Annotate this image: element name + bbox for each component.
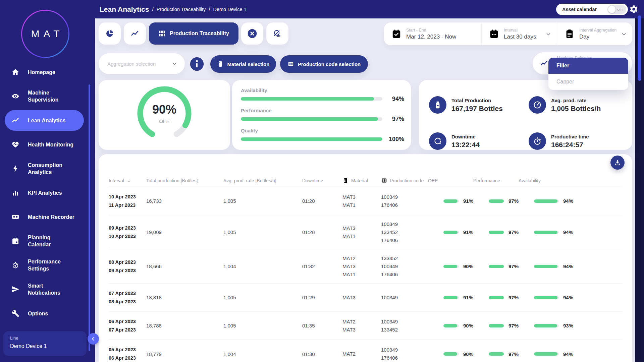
page-scrollbar-thumb[interactable] <box>638 15 641 81</box>
cell-downtime: 01:20 <box>302 198 342 204</box>
table-bar-fill <box>489 324 504 327</box>
production-code-selection-label: Production code selection <box>298 61 361 67</box>
metric-bar-track <box>241 117 382 121</box>
sidebar-item-consumption-analytics[interactable]: Consumption Analytics <box>0 157 95 181</box>
table-bar-track <box>489 296 504 299</box>
sidebar-item-options[interactable]: Options <box>0 301 95 325</box>
breadcrumb-app: Lean Analytics <box>100 5 149 13</box>
breadcrumb-section: Production Traceability <box>157 7 206 12</box>
table-row: 08 Apr 202309 Apr 202318,6661,00401:32MA… <box>109 249 622 284</box>
table-bar-value: 90% <box>463 263 473 269</box>
gear-icon <box>629 5 638 14</box>
table-bar-value: 94% <box>563 263 573 269</box>
cell-total-production: 18,779 <box>146 351 223 357</box>
selected-device-card[interactable]: Line Demo Device 1 <box>3 331 87 356</box>
heart-icon <box>11 140 19 148</box>
cell-avg-prod-rate: 1,005 <box>223 295 302 300</box>
sidebar-item-planning-calendar[interactable]: Planning Calendar <box>0 229 95 253</box>
table-bar-value: 93% <box>563 323 573 328</box>
interval-select[interactable]: Interval Last 30 days <box>481 22 557 45</box>
device-card-value: Demo Device 1 <box>10 343 80 349</box>
sidebar-item-homepage[interactable]: Homepage <box>0 60 95 84</box>
sidebar-item-machine-supervision[interactable]: Machine Supervision <box>0 84 95 108</box>
aggregation-selection-dropdown[interactable]: Aggregation selection <box>99 53 185 74</box>
cell-oee: 90% <box>428 263 473 269</box>
date-range-picker[interactable]: Start - End Mar 12, 2023 - Now <box>384 22 481 45</box>
interval-label: Interval <box>504 28 536 33</box>
mat-logo: MAT <box>21 10 69 58</box>
table-bar-fill <box>443 296 458 299</box>
analysis-view-button[interactable] <box>266 22 288 45</box>
apq-bars-card: Availability94%Performance97%Quality100% <box>232 80 411 150</box>
column-header-downtime[interactable]: Downtime <box>302 178 342 183</box>
cell-total-production: 18,818 <box>146 295 223 300</box>
sidebar-item-lean-analytics[interactable]: Lean Analytics <box>0 108 95 132</box>
material-selection-button[interactable]: Material selection <box>210 55 276 73</box>
table-bar-fill <box>489 231 504 234</box>
table-bar-value: 97% <box>508 229 519 235</box>
calendar-icon <box>489 29 499 39</box>
sidebar-item-label: Homepage <box>28 69 55 76</box>
interval-aggregation-select[interactable]: Interval Aggregation Day <box>557 22 632 45</box>
sidebar-item-smart-notifications[interactable]: Smart Notifications <box>0 277 95 301</box>
table-bar-value: 91% <box>463 295 473 300</box>
sidebar-item-kpi-analytics[interactable]: KPI Analytics <box>0 181 95 205</box>
cell-total-production: 19,009 <box>146 229 223 235</box>
cell-downtime: 01:30 <box>302 351 342 357</box>
table-bar-value: 94% <box>563 198 573 204</box>
metric-bar-value: 100% <box>387 136 404 143</box>
sidebar-item-performance-settings[interactable]: Performance Settings <box>0 253 95 277</box>
cell-interval: 09 Apr 202310 Apr 2023 <box>109 224 146 241</box>
machine-option-capper[interactable]: Capper <box>548 74 628 90</box>
cell-interval: 08 Apr 202309 Apr 2023 <box>109 258 146 275</box>
sidebar-scrollbar-thumb[interactable] <box>89 84 90 351</box>
column-header-oee[interactable]: OEE <box>428 178 473 183</box>
sidebar-item-machine-recorder[interactable]: Machine Recorder <box>0 205 95 229</box>
cell-production-codes: 133452100349176406 <box>381 254 428 279</box>
traceability-table-card: Interval Total production [Bottles] Avg.… <box>99 154 632 362</box>
column-header-avg-prod-rate[interactable]: Avg. prod. rate [Bottles/h] <box>223 178 302 183</box>
cell-total-production: 16,733 <box>146 198 223 204</box>
sidebar-item-health-monitoring[interactable]: Health Monitoring <box>0 132 95 157</box>
metric-bar-track <box>241 137 382 141</box>
sidebar-item-label: KPI Analytics <box>28 189 62 196</box>
metric-bar-value: 94% <box>387 96 404 103</box>
table-bar-fill <box>443 352 457 356</box>
cell-production-codes: 100349176406 <box>381 193 428 209</box>
production-traceability-button[interactable]: Production Traceability <box>149 22 238 45</box>
column-header-performance[interactable]: Performance <box>473 178 519 183</box>
table-bar-track <box>443 265 459 268</box>
column-header-material[interactable]: Material <box>342 177 381 184</box>
send-icon <box>11 285 19 293</box>
line-view-button[interactable] <box>124 22 146 45</box>
sidebar-collapse-button[interactable] <box>88 333 99 345</box>
table-bar-track <box>443 352 459 356</box>
toggle-switch[interactable]: OFF <box>607 5 626 14</box>
chevron-down-icon <box>171 61 177 67</box>
cell-performance: 97% <box>473 323 519 328</box>
production-code-selection-button[interactable]: Production code selection <box>280 55 368 73</box>
pie-view-button[interactable] <box>99 22 121 45</box>
cell-materials: MAT2 <box>342 350 381 358</box>
clear-selection-button[interactable] <box>241 22 263 45</box>
column-header-availability[interactable]: Availability <box>519 178 622 183</box>
metric-bar-group: Availability94% <box>241 87 404 103</box>
cell-downtime: 01:29 <box>302 295 342 300</box>
machine-option-filler[interactable]: Filler <box>548 58 628 74</box>
column-header-total-production[interactable]: Total production [Bottles] <box>146 178 223 183</box>
table-bar-track <box>534 231 559 234</box>
cell-availability: 94% <box>519 295 622 300</box>
download-button[interactable] <box>610 156 625 170</box>
table-bar-track <box>534 324 559 327</box>
table-bar-fill <box>443 231 458 234</box>
stat-value: 1,005 Bottles/h <box>551 105 601 113</box>
asset-calendar-toggle[interactable]: Asset calendar OFF <box>556 4 628 15</box>
settings-button[interactable] <box>629 5 638 14</box>
info-button[interactable] <box>190 57 204 71</box>
cell-production-codes: 100349133452176406 <box>381 220 428 244</box>
gauge-bars-icon <box>273 29 282 38</box>
breadcrumb: Lean Analytics / Production Traceability… <box>100 0 247 18</box>
column-header-production-code[interactable]: Production code <box>381 177 428 184</box>
column-header-interval[interactable]: Interval <box>109 178 146 183</box>
stat-downtime: Downtime13:22:44 <box>419 131 519 151</box>
